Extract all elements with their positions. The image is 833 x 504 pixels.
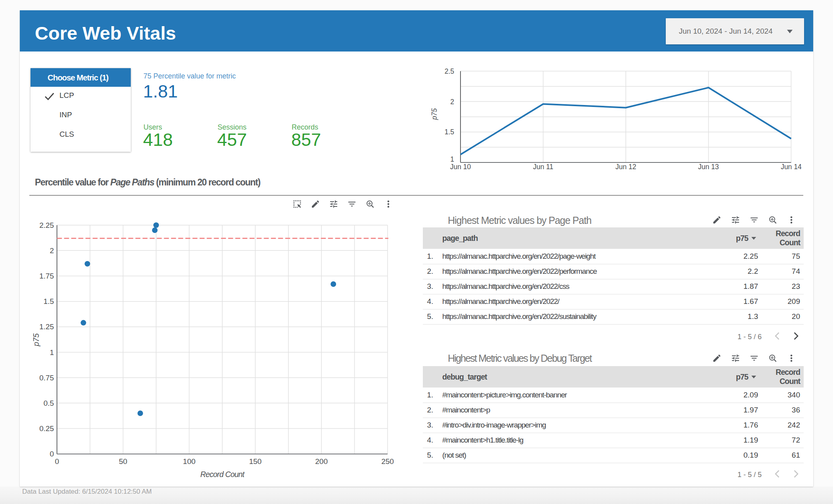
check-icon (44, 90, 55, 102)
filter-icon[interactable] (347, 199, 357, 209)
svg-text:250: 250 (381, 457, 394, 466)
svg-text:100: 100 (183, 457, 196, 466)
sessions-value: 457 (217, 130, 247, 150)
chevron-down-icon (787, 30, 793, 33)
metric-option-lcp[interactable]: LCP (31, 86, 131, 105)
row-count: 23 (792, 282, 800, 291)
filter-icon[interactable] (749, 215, 759, 225)
zoom-insights-icon[interactable] (365, 199, 375, 209)
row-index: 1. (427, 252, 434, 261)
tune-icon[interactable] (731, 353, 740, 363)
svg-text:2.5: 2.5 (445, 67, 454, 75)
row-p75: 2.2 (748, 267, 758, 276)
tune-icon[interactable] (731, 215, 740, 225)
table1-header-row: page_path p75 RecordCount (423, 227, 804, 249)
scatter-chart[interactable]: 00.250.50.7511.251.51.7522.2505010015020… (24, 218, 416, 479)
row-p75: 2.09 (743, 391, 758, 399)
filter-icon[interactable] (749, 353, 759, 363)
svg-text:1: 1 (450, 155, 454, 163)
table1-title: Highest Metric values by Page Path (448, 215, 591, 226)
metric-option-inp[interactable]: INP (31, 105, 131, 124)
percentile-scorecard-label: 75 Percentile value for metric (143, 72, 236, 80)
svg-text:2: 2 (450, 98, 454, 106)
zoom-insights-icon[interactable] (768, 353, 778, 363)
last-updated-text: Data Last Updated: 6/15/2024 10:12:50 AM (22, 488, 152, 496)
metric-option-cls[interactable]: CLS (31, 124, 131, 144)
row-dimension: https://almanac.httparchive.org/en/2022/… (442, 312, 596, 321)
table-row: 5.https://almanac.httparchive.org/en/202… (423, 309, 804, 324)
marquee-select-icon[interactable] (292, 199, 302, 209)
row-count: 61 (792, 451, 800, 460)
row-count: 74 (792, 267, 800, 276)
table2-col-record-count[interactable]: RecordCount (776, 368, 800, 386)
table-row: 3.#intro>div.intro-image-wrapper>img1.76… (423, 418, 804, 433)
table1-prev-page-icon[interactable] (772, 330, 783, 342)
line-chart[interactable]: 11.522.5Jun 10Jun 11Jun 12Jun 13Jun 14p7… (428, 63, 813, 182)
svg-text:1.25: 1.25 (39, 323, 54, 331)
row-count: 72 (792, 436, 800, 445)
date-range-label: Jun 10, 2024 - Jun 14, 2024 (679, 18, 773, 44)
records-value: 857 (291, 130, 321, 150)
row-dimension: #maincontent>h1.title.title-lg (442, 436, 523, 445)
table2-next-page-icon[interactable] (790, 468, 801, 479)
more-vert-icon[interactable] (787, 353, 796, 363)
row-count: 340 (787, 391, 800, 399)
row-p75: 1.76 (743, 421, 758, 430)
svg-text:Jun 12: Jun 12 (615, 163, 636, 171)
row-p75: 1.19 (743, 436, 758, 445)
svg-text:200: 200 (315, 457, 328, 466)
svg-text:0: 0 (55, 457, 59, 466)
row-index: 4. (427, 297, 434, 306)
row-index: 1. (427, 391, 434, 399)
row-index: 2. (427, 406, 434, 414)
table1-col-record-count[interactable]: RecordCount (776, 229, 800, 247)
row-dimension: #maincontent>p (442, 406, 490, 414)
row-dimension: #maincontent>picture>img.content-banner (442, 391, 567, 399)
table-row: 4.#maincontent>h1.title.title-lg1.1972 (423, 433, 804, 448)
svg-text:Jun 14: Jun 14 (781, 163, 802, 171)
table-row: 1.https://almanac.httparchive.org/en/202… (423, 249, 804, 264)
svg-text:0: 0 (50, 450, 54, 458)
table-row: 1.#maincontent>picture>img.content-banne… (423, 388, 804, 403)
metric-selector-panel: Choose Metric (1) LCP INP CLS (31, 68, 131, 152)
table2-header-row: debug_target p75 RecordCount (423, 366, 804, 388)
svg-text:1: 1 (50, 348, 54, 357)
table-row: 3.https://almanac.httparchive.org/en/202… (423, 279, 804, 294)
svg-text:1.5: 1.5 (445, 128, 454, 136)
table1-col-dimension[interactable]: page_path (442, 234, 478, 243)
edit-icon[interactable] (712, 353, 722, 363)
row-count: 36 (792, 406, 800, 414)
row-dimension: https://almanac.httparchive.org/en/2022/… (442, 282, 569, 291)
row-dimension: (not set) (442, 451, 466, 460)
table1-next-page-icon[interactable] (790, 330, 801, 342)
row-count: 242 (787, 421, 800, 430)
edit-icon[interactable] (311, 199, 320, 209)
row-p75: 0.19 (743, 451, 758, 460)
row-p75: 1.3 (748, 312, 758, 321)
row-dimension: https://almanac.httparchive.org/en/2022/… (442, 267, 597, 276)
table1-col-p75[interactable]: p75 (736, 234, 748, 243)
row-count: 75 (792, 252, 800, 261)
more-vert-icon[interactable] (787, 215, 796, 225)
svg-text:2.25: 2.25 (39, 221, 54, 229)
more-vert-icon[interactable] (384, 199, 393, 209)
row-index: 2. (427, 267, 434, 276)
svg-text:50: 50 (119, 457, 127, 466)
table2-pagination-label: 1 - 5 / 5 (722, 471, 762, 479)
row-separator (423, 324, 804, 325)
table2-col-dimension[interactable]: debug_target (442, 372, 487, 382)
table2-title: Highest Metric values by Debug Target (448, 353, 591, 364)
table2-prev-page-icon[interactable] (772, 468, 783, 479)
svg-text:Jun 10: Jun 10 (450, 163, 471, 171)
dashboard-card: Core Web Vitals Jun 10, 2024 - Jun 14, 2… (20, 10, 813, 487)
row-index: 3. (427, 282, 434, 291)
zoom-insights-icon[interactable] (768, 215, 778, 225)
table2-col-p75[interactable]: p75 (736, 372, 748, 382)
date-range-picker[interactable]: Jun 10, 2024 - Jun 14, 2024 (666, 18, 804, 44)
percentile-scorecard-value: 1.81 (143, 81, 178, 102)
edit-icon[interactable] (712, 215, 722, 225)
svg-text:2: 2 (50, 246, 54, 255)
page-title: Core Web Vitals (35, 12, 176, 53)
tune-icon[interactable] (329, 199, 338, 209)
header-bar: Core Web Vitals Jun 10, 2024 - Jun 14, 2… (20, 10, 813, 52)
